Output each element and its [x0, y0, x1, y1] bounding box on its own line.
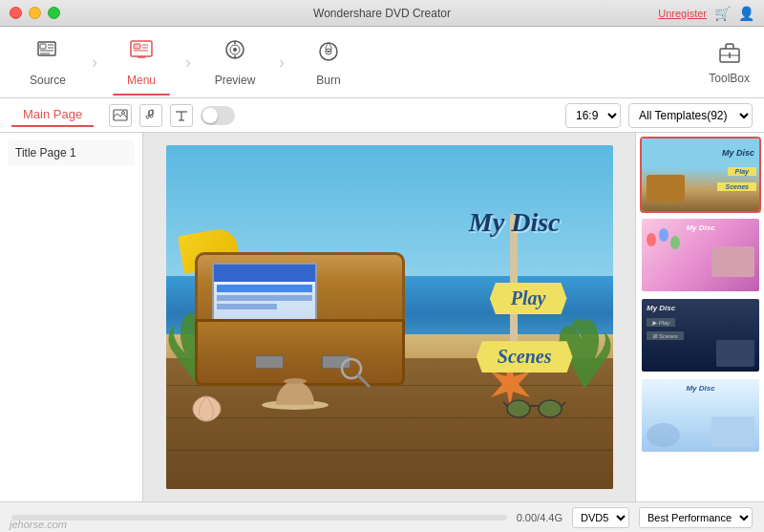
content-line-3: [217, 304, 278, 309]
svg-rect-1: [40, 44, 46, 49]
toolbar-items: Source › Menu ›: [10, 29, 367, 96]
unregister-link[interactable]: Unregister: [658, 8, 707, 19]
toolbar-item-menu[interactable]: Menu: [103, 29, 180, 96]
disc-type-select[interactable]: DVD5 DVD9: [572, 507, 629, 528]
template-select[interactable]: All Templates(92) My Templates: [628, 103, 753, 128]
arrow-2: ›: [180, 29, 197, 96]
magnifying-glass: [338, 355, 371, 393]
page-item-title[interactable]: Title Page 1: [8, 140, 135, 165]
user-icon: 👤: [738, 6, 754, 21]
maximize-button[interactable]: [48, 7, 60, 19]
plank-line-3: [166, 450, 613, 451]
svg-point-27: [150, 115, 153, 117]
title-bar-right: Unregister 🛒 👤: [658, 6, 754, 21]
content-line-1: [217, 285, 312, 292]
svg-line-36: [358, 375, 369, 386]
watermark: jehorse.com: [10, 519, 67, 530]
svg-point-15: [233, 48, 237, 52]
text-tool-button[interactable]: [170, 104, 193, 127]
menu-label: Menu: [127, 74, 156, 87]
preview-canvas: My Disc Play Scenes: [166, 145, 613, 489]
template-thumb-3[interactable]: My Disc ▶ Play ⊞ Scenes: [640, 297, 761, 373]
sub-toolbar: Main Page: [0, 98, 764, 133]
template-thumb-1[interactable]: My Disc Play Scenes: [640, 137, 761, 213]
party-scene: [711, 246, 754, 277]
shell: [190, 394, 223, 427]
balloon-2: [659, 228, 668, 242]
status-bar: 0.00/4.4G DVD5 DVD9 Best Performance Bes…: [0, 501, 764, 532]
cart-icon[interactable]: 🛒: [714, 6, 731, 21]
suitcase-lid: [195, 252, 405, 329]
svg-point-25: [122, 111, 125, 114]
burn-icon: [315, 37, 342, 70]
minimize-button[interactable]: [29, 7, 41, 19]
arrow-3: ›: [273, 29, 290, 96]
quality-select[interactable]: Best Performance Best Quality: [639, 507, 753, 528]
close-button[interactable]: [10, 7, 22, 19]
suitcase: [195, 243, 405, 386]
laptop-screen: [212, 263, 317, 322]
source-label: Source: [30, 74, 66, 87]
latch-left: [255, 355, 284, 369]
svg-point-34: [284, 378, 307, 384]
disc-title-text: My Disc: [469, 207, 561, 238]
mini-suitcase: [647, 175, 685, 202]
svg-point-39: [539, 400, 562, 417]
svg-line-41: [503, 402, 507, 406]
preview-label: Preview: [215, 74, 256, 87]
content-line-2: [217, 295, 312, 301]
svg-line-42: [562, 402, 565, 406]
sunglasses: [503, 394, 565, 427]
svg-point-38: [507, 400, 530, 417]
scenes-button-sign: Scenes: [477, 341, 573, 372]
preview-scene: My Disc Play Scenes: [166, 145, 613, 489]
balloon-1: [647, 233, 656, 246]
template-panel: My Disc Play Scenes My Disc My Disc ▶ Pl…: [635, 133, 764, 501]
play-button-sign: Play: [490, 283, 567, 314]
template-thumb-4[interactable]: My Disc: [640, 377, 761, 454]
preview-icon: [222, 37, 248, 70]
toolbox-label: ToolBox: [709, 72, 750, 85]
svg-rect-7: [134, 44, 140, 49]
toolbox-icon: [716, 39, 743, 72]
toolbar-item-preview[interactable]: Preview: [197, 29, 273, 96]
browser-content: [214, 285, 315, 322]
hat: [262, 376, 329, 414]
template-preview-3: My Disc ▶ Play ⊞ Scenes: [642, 299, 759, 372]
title-bar: Wondershare DVD Creator Unregister 🛒 👤: [0, 0, 764, 27]
template-preview-1: My Disc Play Scenes: [642, 138, 759, 211]
source-icon: [34, 37, 61, 70]
center-preview: My Disc Play Scenes: [143, 133, 635, 501]
main-toolbar: Source › Menu ›: [0, 27, 764, 98]
progress-bar: [11, 515, 507, 521]
toolbar-item-source[interactable]: Source: [10, 29, 86, 96]
app-title: Wondershare DVD Creator: [313, 7, 451, 20]
menu-icon: [128, 37, 155, 70]
tab-main-page[interactable]: Main Page: [11, 103, 94, 127]
svg-point-26: [146, 116, 149, 118]
ratio-select[interactable]: 16:9 4:3: [565, 103, 621, 128]
burn-label: Burn: [316, 74, 340, 87]
template-thumb-2[interactable]: My Disc: [640, 217, 761, 293]
balloon-3: [670, 236, 680, 249]
dark-scene: [716, 340, 754, 367]
template-preview-4: My Disc: [642, 379, 759, 452]
sub-toolbar-right: 16:9 4:3 All Templates(92) My Templates: [565, 103, 753, 128]
main-content: Title Page 1: [0, 133, 764, 501]
status-size-label: 0.00/4.4G: [517, 512, 562, 523]
browser-bar: [214, 265, 315, 282]
arrow-1: ›: [86, 29, 103, 96]
sub-tools: [109, 104, 235, 127]
image-tool-button[interactable]: [109, 104, 132, 127]
template-preview-2: My Disc: [642, 219, 759, 291]
left-panel: Title Page 1: [0, 133, 143, 501]
toolbar-item-burn[interactable]: Burn: [290, 29, 367, 96]
light-scene: [711, 416, 754, 447]
toolbox-button[interactable]: ToolBox: [709, 39, 750, 85]
window-controls: [10, 7, 60, 19]
audio-tool-button[interactable]: [139, 104, 162, 127]
preview-toggle[interactable]: [201, 106, 235, 125]
bubble: [647, 423, 680, 447]
